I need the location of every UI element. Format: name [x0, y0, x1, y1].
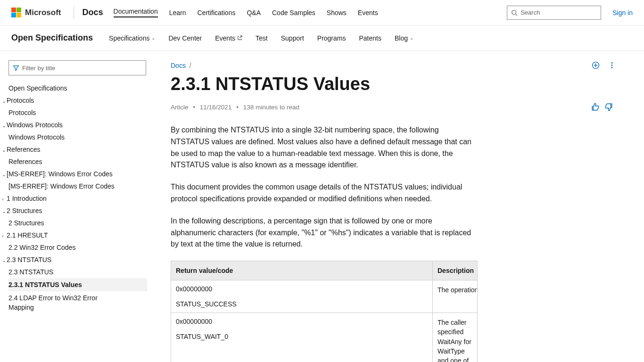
article-paragraph: This document provides the common usage … — [171, 181, 477, 205]
subnav-events[interactable]: Events — [215, 34, 242, 42]
search-icon — [511, 9, 518, 16]
nav-certifications[interactable]: Certifications — [198, 9, 236, 16]
microsoft-logo[interactable]: Microsoft — [11, 8, 71, 17]
cell-description: The operation completed successfully. — [433, 280, 478, 313]
article-paragraph: In the following descriptions, a percent… — [171, 215, 477, 250]
article-paragraph: By combining the NTSTATUS into a single … — [171, 124, 477, 171]
tree-item-structures-child[interactable]: 2 Structures — [8, 217, 147, 229]
meta-read-time: 138 minutes to read — [243, 104, 299, 111]
chevron-down-icon: ⌄ — [2, 208, 7, 214]
subnav-dev-center[interactable]: Dev Center — [168, 34, 202, 42]
microsoft-brand-text: Microsoft — [25, 8, 61, 17]
article-main: Docs / 2.3.1 NTSTATUS Values Article • 1… — [154, 51, 630, 362]
chevron-down-icon: ⌄ — [151, 35, 155, 41]
subnav-programs[interactable]: Programs — [317, 34, 346, 42]
feedback-buttons — [591, 103, 613, 111]
meta-date: 11/16/2021 — [200, 104, 232, 111]
tree-item-ms-erref-child[interactable]: [MS-ERREF]: Windows Error Codes — [8, 180, 147, 192]
subnav-patents[interactable]: Patents — [359, 34, 381, 42]
chevron-down-icon: ⌄ — [2, 147, 7, 153]
tree-item-windows-protocols[interactable]: ⌄Windows Protocols — [8, 119, 147, 131]
svg-point-6 — [611, 65, 613, 66]
subnav-test[interactable]: Test — [256, 34, 268, 42]
chevron-right-icon: › — [2, 196, 7, 202]
chevron-down-icon: ⌄ — [2, 123, 7, 129]
global-search-input[interactable]: Search — [507, 6, 601, 20]
article-meta: Article • 11/16/2021 • 138 minutes to re… — [171, 104, 299, 111]
top-nav: Documentation Learn Certifications Q&A C… — [114, 8, 378, 17]
chevron-down-icon: ⌄ — [2, 172, 7, 178]
subnav-support[interactable]: Support — [281, 34, 304, 42]
cell-description: The caller specified WaitAny for WaitTyp… — [433, 313, 478, 362]
ntstatus-table: Return value/code Description 0x00000000… — [171, 261, 478, 362]
more-icon[interactable] — [611, 61, 613, 69]
chevron-down-icon: ⌄ — [2, 98, 7, 104]
subnav-specifications[interactable]: Specifications ⌄ — [109, 34, 155, 42]
tree-item-ms-erref[interactable]: ⌄[MS-ERREF]: Windows Error Codes — [8, 168, 147, 180]
subnav-blog[interactable]: Blog ⌄ — [395, 34, 413, 42]
table-row: 0x00000000 STATUS_SUCCESS The operation … — [171, 280, 478, 313]
nav-learn[interactable]: Learn — [169, 9, 186, 16]
nav-qa[interactable]: Q&A — [247, 9, 261, 16]
svg-point-0 — [512, 10, 516, 14]
svg-line-1 — [516, 14, 518, 16]
site-header: Open Specifications Specifications ⌄ Dev… — [0, 25, 644, 51]
filter-placeholder: Filter by title — [22, 65, 55, 72]
tree-item-protocols-child[interactable]: Protocols — [8, 107, 147, 119]
tree-item-ntstatus-values[interactable]: 2.3.1 NTSTATUS Values — [8, 278, 147, 291]
article-title: 2.3.1 NTSTATUS Values — [171, 74, 613, 94]
nav-shows[interactable]: Shows — [327, 9, 347, 16]
tree-item-ldap-error[interactable]: 2.4 LDAP Error to Win32 Error Mapping — [8, 291, 107, 314]
docs-home-link[interactable]: Docs — [83, 8, 103, 17]
page-body: Filter by title Open Specifications ⌄Pro… — [0, 51, 644, 362]
external-link-icon — [237, 35, 242, 41]
toc-tree: Open Specifications ⌄Protocols Protocols… — [8, 82, 147, 314]
chevron-down-icon: ⌄ — [410, 35, 413, 41]
sign-in-link[interactable]: Sign in — [612, 9, 633, 16]
tree-item-win32-error-codes[interactable]: 2.2 Win32 Error Codes — [8, 241, 147, 254]
cell-return-value: 0x00000000 STATUS_WAIT_0 — [171, 313, 433, 362]
thumbs-up-icon[interactable] — [591, 103, 600, 111]
tree-item-protocols[interactable]: ⌄Protocols — [8, 94, 147, 107]
toc-sidebar: Filter by title Open Specifications ⌄Pro… — [0, 51, 154, 362]
tree-item-references-child[interactable]: References — [8, 156, 147, 168]
global-header: Microsoft Docs Documentation Learn Certi… — [0, 0, 644, 25]
nav-documentation[interactable]: Documentation — [114, 8, 158, 17]
svg-point-5 — [611, 62, 613, 64]
breadcrumb-docs[interactable]: Docs — [171, 62, 186, 69]
toc-filter-input[interactable]: Filter by title — [8, 60, 146, 75]
tree-item-hresult[interactable]: ›2.1 HRESULT — [8, 229, 147, 241]
table-row: 0x00000000 STATUS_WAIT_0 The caller spec… — [171, 313, 478, 362]
tree-item-ntstatus-child[interactable]: 2.3 NTSTATUS — [8, 266, 147, 278]
tree-item-references[interactable]: ⌄References — [8, 143, 147, 156]
breadcrumb-separator: / — [190, 62, 191, 69]
tree-item-introduction[interactable]: ›1 Introduction — [8, 192, 147, 205]
search-placeholder: Search — [520, 9, 540, 16]
tree-item-structures[interactable]: ⌄2 Structures — [8, 205, 147, 217]
tree-item-open-specifications[interactable]: Open Specifications — [8, 82, 147, 94]
cell-return-value: 0x00000000 STATUS_SUCCESS — [171, 280, 433, 313]
thumbs-down-icon[interactable] — [604, 103, 613, 111]
microsoft-logo-icon — [11, 8, 21, 17]
nav-events[interactable]: Events — [358, 9, 378, 16]
article-actions — [592, 61, 613, 69]
breadcrumb: Docs / — [171, 62, 193, 69]
tree-item-windows-protocols-child[interactable]: Windows Protocols — [8, 131, 147, 143]
add-icon[interactable] — [592, 61, 600, 69]
table-header-return-value: Return value/code — [171, 261, 433, 280]
site-title[interactable]: Open Specifications — [11, 33, 93, 43]
table-header-description: Description — [433, 261, 478, 280]
tree-item-ntstatus[interactable]: ⌄2.3 NTSTATUS — [8, 254, 147, 266]
chevron-right-icon: › — [2, 233, 7, 239]
chevron-down-icon: ⌄ — [2, 257, 7, 263]
meta-type: Article — [171, 104, 189, 111]
nav-code-samples[interactable]: Code Samples — [272, 9, 315, 16]
filter-icon — [13, 65, 19, 71]
svg-point-7 — [611, 67, 613, 68]
divider — [74, 7, 74, 19]
